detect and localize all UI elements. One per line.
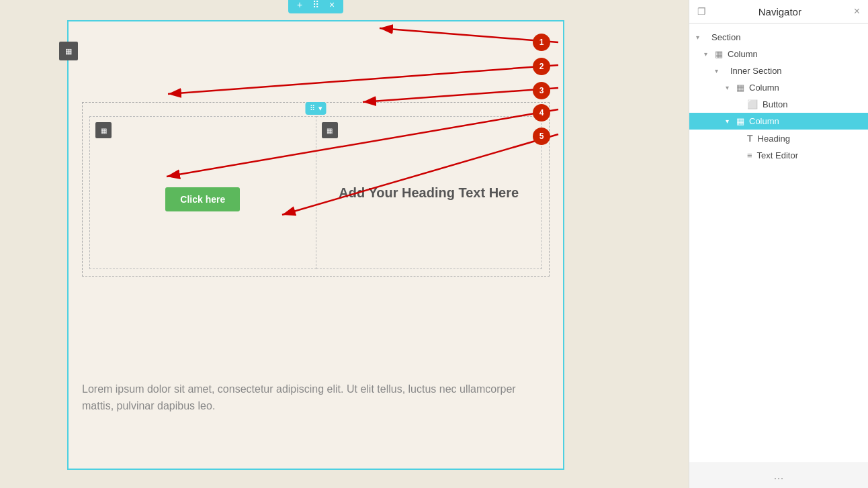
column3-label: Column xyxy=(749,116,779,126)
text-editor-label: Text Editor xyxy=(757,150,798,160)
click-here-button[interactable]: Click here xyxy=(165,187,240,211)
lorem-ipsum-text: Lorem ipsum dolor sit amet, consectetur … xyxy=(82,381,550,415)
column1-icon: ▦ xyxy=(715,49,723,59)
inner-section-label: Inner Section xyxy=(730,66,782,76)
column3-icon: ▦ xyxy=(736,116,744,126)
button-icon: ⬜ xyxy=(747,99,758,109)
tree-item-heading[interactable]: ▾ T Heading xyxy=(689,130,868,147)
chevron-column2-icon: ▾ xyxy=(726,84,734,91)
badge-2: 2 xyxy=(533,58,550,75)
move-inner-icon[interactable]: ⠿ xyxy=(310,104,315,113)
tree-item-section[interactable]: ▾ Section xyxy=(689,29,868,46)
column2-label: Column xyxy=(749,83,779,93)
col-left-handle[interactable]: ▦ xyxy=(95,122,112,138)
column2-icon: ▦ xyxy=(736,83,744,93)
add-section-icon[interactable]: + xyxy=(294,0,306,11)
heading-text: Add Your Heading Text Here xyxy=(332,179,525,207)
tree-item-column1[interactable]: ▾ ▦ Column xyxy=(689,46,868,62)
chevron-section-icon: ▾ xyxy=(696,34,704,41)
navigator-minimize-button[interactable]: ❐ xyxy=(697,6,706,17)
button-label: Button xyxy=(763,99,788,109)
canvas-area: + ⠿ × ▦ ⠿ ▾ ▦ Click here xyxy=(0,0,574,488)
badge-4: 4 xyxy=(533,104,550,121)
chevron-column1-icon: ▾ xyxy=(704,50,712,58)
tree-item-column2[interactable]: ▾ ▦ Column xyxy=(689,79,868,96)
col-icon-right: ▦ xyxy=(327,127,333,134)
heading-label: Heading xyxy=(758,134,790,144)
badge-5: 5 xyxy=(533,128,550,145)
heading-icon: T xyxy=(747,133,753,144)
navigator-title: Navigator xyxy=(706,6,854,17)
chevron-column3-icon: ▾ xyxy=(726,117,734,125)
badge-3: 3 xyxy=(533,82,550,99)
inner-col-left: ▦ Click here xyxy=(89,116,316,269)
column1-label: Column xyxy=(728,49,758,59)
navigator-panel: ❐ Navigator × ▾ Section ▾ ▦ Column ▾ Inn… xyxy=(689,0,868,488)
tree-item-inner-section[interactable]: ▾ Inner Section xyxy=(689,62,868,79)
tree-item-button[interactable]: ▾ ⬜ Button xyxy=(689,96,868,113)
navigator-close-button[interactable]: × xyxy=(854,5,860,17)
move-section-icon[interactable]: ⠿ xyxy=(310,0,322,11)
close-section-icon[interactable]: × xyxy=(326,0,338,11)
chevron-innersection-icon: ▾ xyxy=(715,67,723,75)
inner-columns: ▦ Click here ▦ Add Your Heading Text Her… xyxy=(89,116,542,269)
inner-col-right: ▦ Add Your Heading Text Here xyxy=(316,116,543,269)
section-toolbar[interactable]: + ⠿ × xyxy=(288,0,343,13)
badge-1: 1 xyxy=(533,34,550,51)
col-icon: ▦ xyxy=(101,127,107,134)
section-wrapper: + ⠿ × ▦ ⠿ ▾ ▦ Click here xyxy=(67,20,564,470)
navigator-header: ❐ Navigator × xyxy=(689,0,868,23)
inner-section-wrapper: ⠿ ▾ ▦ Click here ▦ Add Your Heading xyxy=(82,102,550,277)
section-label: Section xyxy=(711,32,740,42)
navigator-tree: ▾ Section ▾ ▦ Column ▾ Inner Section ▾ ▦… xyxy=(689,23,868,462)
section-col-handle[interactable]: ▦ xyxy=(59,42,78,60)
inner-section-toolbar[interactable]: ⠿ ▾ xyxy=(306,102,327,115)
footer-dots: ... xyxy=(773,469,783,482)
col-right-handle[interactable]: ▦ xyxy=(322,122,338,138)
grid-icon: ▦ xyxy=(65,47,72,56)
navigator-footer: ... xyxy=(689,462,868,488)
tree-item-column3[interactable]: ▾ ▦ Column xyxy=(689,113,868,130)
chevron-inner-icon[interactable]: ▾ xyxy=(318,104,322,113)
text-editor-icon: ≡ xyxy=(747,150,752,160)
tree-item-text-editor[interactable]: ▾ ≡ Text Editor xyxy=(689,147,868,164)
